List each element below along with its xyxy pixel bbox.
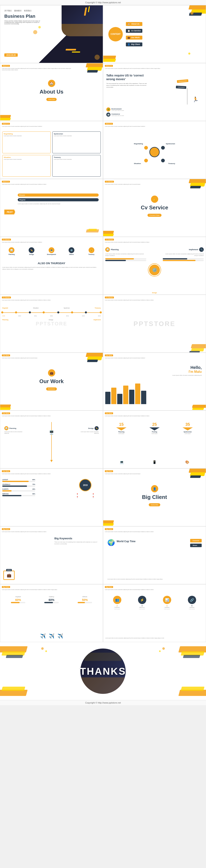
icon-liabilities-1: 📊 4 Liabilities Lorem ipsum: [155, 596, 179, 610]
diagram-item-1: Negotiating Lorem ipsum dolor sit amet c…: [2, 131, 51, 153]
stat-item-3: 35 Spokesman Lorem ipsum: [182, 422, 193, 434]
progress-service: SERVICE58%: [2, 493, 35, 496]
slide18-title: Big Client: [103, 494, 206, 500]
find-out-button[interactable]: Find Out: [46, 98, 57, 101]
thanks-title: THANKS: [80, 665, 126, 677]
section-label-13: Our Work: [2, 354, 10, 356]
cv-item-3: 💻 Development: [42, 247, 61, 255]
design-item: Design ✏️ Lorem ipsum dolor sit amet con…: [78, 426, 99, 434]
stat-implant: Implant 60%: [11, 596, 25, 603]
slide-6: About Us Lorem ipsum dolor sit amet cons…: [103, 121, 206, 179]
progress-journals: JOURNALS75%: [2, 484, 35, 487]
section-label-9: Cv Service: [2, 239, 11, 241]
business-button[interactable]: Business: [46, 388, 57, 391]
slide4-title: Talks require US to 'correct wrong moves…: [106, 73, 147, 81]
section-label-11: Cv Service: [2, 297, 11, 299]
slide-3: About Us Lorem ipsum dolor sit amet cons…: [0, 63, 103, 121]
slide-22: Big Client Lorem ipsum dolor sit amet co…: [103, 584, 206, 642]
section-label-18: Big Client: [105, 470, 113, 472]
cv-item-4: ⚙️ Others: [62, 247, 81, 255]
copyright-header: Copyright © http://www.pptstore.net: [0, 0, 206, 5]
section-label-16: Our Work: [105, 412, 113, 414]
section-label-10: Cv Service: [105, 239, 114, 241]
content-nav-1[interactable]: 🏠 About Us: [126, 22, 142, 26]
slide-7: About Us Lorem ipsum dolor sit amet cons…: [0, 179, 103, 237]
slide-13: Our Work Lorem ipsum dolor sit amet cons…: [0, 352, 103, 410]
slide-5: About Us Lorem ipsum dolor sit amet cons…: [0, 121, 103, 179]
subscribe-button[interactable]: Subscribe: [149, 503, 160, 506]
slide-1: 关于我们 案例展示 联系我们 Business Plan China and t…: [0, 5, 103, 63]
progress-layout: LAYOUT80%: [2, 479, 35, 482]
copyright-footer-text: Copyright © http://www.pptstore.net: [85, 702, 121, 704]
slide-21: Big Client Lorem ipsum dolor sit amet co…: [0, 584, 103, 642]
slide-20: Big Client Lorem ipsum dolor sit amet co…: [103, 526, 206, 584]
slide1-title: Business Plan: [4, 13, 45, 19]
slide1-subtitle: China and the United States should look …: [4, 20, 45, 25]
copyright-footer: Copyright © http://www.pptstore.net: [0, 700, 206, 705]
stat-efforts: Efforts 50%: [78, 596, 92, 603]
cv-item-1: 📊 Planning: [2, 247, 21, 255]
implement-col: Implement 🔧 Lorem ipsum dolor sit amet c…: [163, 247, 204, 292]
section-label-21: Big Client: [2, 586, 10, 588]
also-thursday-title: ALSO ON THURSDAY: [2, 262, 101, 265]
section-label-4: About Us: [105, 65, 113, 67]
icon-followers: 👥 2 Followers Lorem ipsum: [105, 596, 129, 610]
icon-efficiency: ⚡ 3 Efficiency Lorem ipsum: [130, 596, 154, 610]
slide-18: Big Client Lorem ipsum dolor sit amet co…: [103, 468, 206, 526]
slide3-title: About Us: [0, 89, 103, 95]
slide4-toptext: Lorem ipsum dolor sit amet consectetur a…: [105, 68, 204, 69]
slide-10: Cv Service Lorem ipsum dolor sit amet co…: [103, 237, 206, 295]
content-nav-2[interactable]: 📋 Cv Service: [126, 29, 142, 33]
stat-item-1: 15 Planning Lorem ipsum: [116, 422, 127, 434]
section-label-6: About Us: [105, 123, 113, 125]
slide-14: Our Work Lorem ipsum dolor sit amet cons…: [103, 352, 206, 410]
thanks-slide: THANKS: [0, 642, 206, 700]
slide-8: Cv Service Lorem ipsum dolor sit amet co…: [103, 179, 206, 237]
diagram-item-4: Treasury Lorem ipsum dolor sit amet cons…: [52, 155, 101, 177]
diagram-item-3: Situation Lorem ipsum dolor sit amet con…: [2, 155, 51, 177]
diagram-item-2: Spokesman Lorem ipsum dolor sit amet con…: [52, 131, 101, 153]
section-label-15: Our Work: [2, 412, 10, 414]
slide-16: Our Work Lorem ipsum dolor sit amet cons…: [103, 410, 206, 468]
section-label-17: Our Work: [2, 470, 10, 472]
stat-item-2: 25 Posting Lorem ipsum: [149, 422, 160, 434]
slide-2: CONTENT 🏠 About Us 📋 Cv Service 💼 Our Wo…: [103, 5, 206, 63]
section-label-20: Big Client: [105, 528, 113, 530]
planning-col: 📊 Planning Lorem ipsum dolor sit amet co…: [105, 247, 146, 292]
slide-9: Cv Service Lorem ipsum dolor sit amet co…: [0, 237, 103, 295]
progress-clients: CLIENTS28%: [2, 488, 35, 492]
connect-button[interactable]: Connect Now: [147, 214, 162, 217]
cv-item-5: 💰 Treasury: [82, 247, 101, 255]
section-label-8: Cv Service: [105, 181, 114, 183]
nav-item-2[interactable]: 案例展示: [14, 9, 22, 12]
slide-11: Cv Service Lorem ipsum dolor sit amet co…: [0, 295, 103, 352]
slide-19: Big Client Lorem ipsum dolor sit amet co…: [0, 526, 103, 584]
content-nav-3[interactable]: 💼 Our Work: [126, 36, 142, 39]
content-circle: CONTENT: [108, 27, 123, 41]
slide13-title: Our Work: [0, 378, 103, 384]
stat-gallery: Gallery 60%: [44, 596, 59, 603]
nav-item-1[interactable]: 关于我们: [4, 9, 12, 12]
slide8-title: Cv Service: [103, 205, 206, 211]
slide1-date: 2019.08.08: [4, 53, 18, 57]
section-label-19: Big Client: [2, 528, 10, 530]
slide-17: Our Work Lorem ipsum dolor sit amet cons…: [0, 468, 103, 526]
slide3-body: Lorem ipsum dolor sit amet consectetur a…: [2, 68, 74, 71]
section-label-22: Big Client: [105, 586, 113, 588]
section-label-7: About Us: [2, 181, 10, 183]
section-label-14: Our Work: [105, 354, 113, 356]
planning-item: 📊 Planning Lorem ipsum dolor sit amet co…: [4, 426, 25, 434]
slide-15: Our Work Lorem ipsum dolor sit amet cons…: [0, 410, 103, 468]
slide-12: Cv Service Lorem ipsum dolor sit amet co…: [103, 295, 206, 352]
slide4-body: The new proposal has come to the table o…: [106, 83, 147, 88]
section-label-3: About Us: [2, 65, 10, 67]
section-label-12: Cv Service: [105, 297, 114, 299]
cv-item-2: ✏️ Design: [22, 247, 41, 255]
icon-liabilities-2: 🔗 5 Liabilities Lorem ipsum: [180, 596, 204, 610]
copyright-text: Copyright © http://www.pptstore.net: [85, 1, 121, 4]
section-label-5: About Us: [2, 123, 10, 125]
nav-item-3[interactable]: 联系我们: [24, 9, 32, 12]
slide-4: About Us Lorem ipsum dolor sit amet cons…: [103, 63, 206, 121]
content-nav-4[interactable]: 👤 Big Client: [126, 42, 142, 46]
